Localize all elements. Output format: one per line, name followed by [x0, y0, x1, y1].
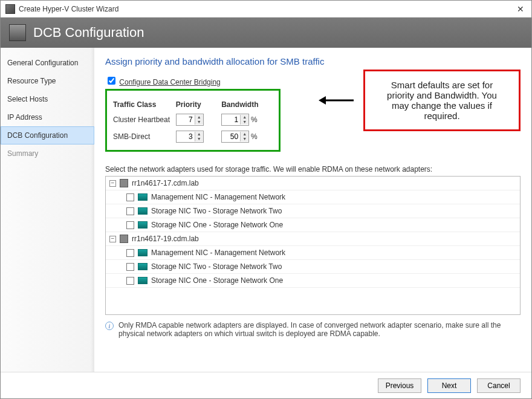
nic-label: Storage NIC One - Storage Network One [151, 221, 283, 229]
tree-nic-row[interactable]: Management NIC - Management Network [106, 246, 520, 260]
nic-icon [138, 221, 148, 229]
sidebar-item-dcb-configuration[interactable]: DCB Configuration [1, 126, 94, 144]
nic-checkbox[interactable] [126, 277, 134, 285]
configure-dcb-checkbox[interactable] [108, 77, 115, 85]
tree-nic-row[interactable]: Storage NIC Two - Storage Network Two [106, 260, 520, 274]
host-name: rr1n4617-17.cdm.lab [132, 179, 199, 187]
callout-annotation: Smart defaults are set for priority and … [319, 70, 521, 131]
nic-icon [138, 207, 148, 215]
app-icon [5, 4, 15, 14]
nic-icon [138, 249, 148, 256]
bandwidth-input[interactable] [222, 131, 240, 142]
sidebar-item-resource-type[interactable]: Resource Type [1, 72, 94, 90]
priority-input[interactable] [177, 131, 195, 142]
nic-label: Storage NIC Two - Storage Network Two [151, 207, 282, 215]
nic-checkbox[interactable] [126, 207, 134, 215]
next-button[interactable]: Next [427, 378, 471, 393]
wizard-banner: DCB Configuration [1, 18, 531, 48]
chevron-up-icon[interactable]: ▲ [195, 132, 203, 137]
main-panel: Assign priority and bandwidth allocation… [94, 48, 531, 372]
tree-host-row[interactable]: − rr1n4617-19.cdm.lab [106, 232, 520, 246]
bandwidth-input[interactable] [222, 114, 240, 125]
info-text: Only RMDA capable network adapters are d… [118, 321, 521, 338]
traffic-class-row-smb-direct: SMB-Direct ▲▼ ▲▼ % [113, 131, 273, 143]
adapter-tree[interactable]: − rr1n4617-17.cdm.lab Management NIC - M… [105, 176, 521, 315]
bandwidth-stepper[interactable]: ▲▼ [221, 131, 249, 143]
sidebar-item-summary[interactable]: Summary [1, 144, 94, 163]
tree-nic-row[interactable]: Storage NIC Two - Storage Network Two [106, 204, 520, 218]
page-title: Assign priority and bandwidth allocation… [105, 56, 521, 66]
host-name: rr1n4617-19.cdm.lab [132, 235, 199, 243]
wizard-footer: Previous Next Cancel [1, 372, 531, 398]
adapter-instruction: Select the network adapters used for sto… [105, 165, 521, 174]
priority-input[interactable] [177, 114, 195, 125]
nic-label: Management NIC - Management Network [151, 248, 285, 257]
traffic-class-header-row: Traffic Class Priority Bandwidth [113, 100, 273, 109]
nic-icon [138, 263, 148, 270]
priority-stepper[interactable]: ▲▼ [176, 131, 204, 143]
svg-marker-1 [319, 96, 326, 105]
info-icon: i [105, 322, 114, 330]
sidebar-item-general-configuration[interactable]: General Configuration [1, 54, 94, 72]
traffic-class-row-cluster-heartbeat: Cluster Heartbeat ▲▼ ▲▼ % [113, 114, 273, 126]
configure-dcb-label[interactable]: Configure Data Center Bridging [119, 78, 220, 86]
nic-label: Storage NIC One - Storage Network One [151, 276, 283, 285]
collapse-icon[interactable]: − [109, 236, 116, 242]
chevron-down-icon[interactable]: ▼ [241, 137, 248, 141]
tree-nic-row[interactable]: Management NIC - Management Network [106, 190, 520, 204]
nic-label: Storage NIC Two - Storage Network Two [151, 262, 282, 271]
traffic-class-highlight-box: Traffic Class Priority Bandwidth Cluster… [105, 89, 281, 152]
sidebar-item-select-hosts[interactable]: Select Hosts [1, 90, 94, 108]
cancel-button[interactable]: Cancel [477, 378, 521, 393]
window-title: Create Hyper-V Cluster Wizard [19, 5, 514, 13]
chevron-down-icon[interactable]: ▼ [241, 120, 248, 125]
nic-icon [138, 277, 148, 284]
chevron-down-icon[interactable]: ▼ [195, 120, 203, 125]
nic-checkbox[interactable] [126, 193, 134, 201]
collapse-icon[interactable]: − [109, 180, 116, 187]
nic-icon [138, 193, 148, 201]
percent-label: % [251, 115, 258, 124]
wizard-steps-sidebar: General Configuration Resource Type Sele… [1, 48, 94, 372]
nic-label: Management NIC - Management Network [151, 193, 285, 201]
priority-stepper[interactable]: ▲▼ [176, 114, 204, 126]
sidebar-item-ip-address[interactable]: IP Address [1, 108, 94, 126]
chevron-up-icon[interactable]: ▲ [241, 132, 248, 137]
col-header-traffic-class: Traffic Class [113, 100, 176, 109]
banner-icon [9, 24, 26, 41]
bandwidth-stepper[interactable]: ▲▼ [221, 114, 249, 126]
chevron-up-icon[interactable]: ▲ [241, 115, 248, 120]
server-icon [120, 235, 128, 243]
col-header-bandwidth: Bandwidth [221, 100, 273, 109]
tree-nic-row[interactable]: Storage NIC One - Storage Network One [106, 218, 520, 232]
tree-nic-row[interactable]: Storage NIC One - Storage Network One [106, 274, 520, 288]
tree-host-row[interactable]: − rr1n4617-17.cdm.lab [106, 177, 520, 190]
previous-button[interactable]: Previous [378, 378, 421, 393]
percent-label: % [251, 132, 258, 141]
server-icon [120, 179, 128, 187]
callout-box: Smart defaults are set for priority and … [363, 70, 521, 131]
traffic-class-label: Cluster Heartbeat [113, 115, 176, 124]
nic-checkbox[interactable] [126, 221, 134, 229]
nic-checkbox[interactable] [126, 263, 134, 271]
nic-checkbox[interactable] [126, 249, 134, 257]
close-icon[interactable]: ✕ [514, 4, 527, 14]
chevron-up-icon[interactable]: ▲ [195, 115, 203, 120]
info-note: i Only RMDA capable network adapters are… [105, 321, 521, 338]
title-bar: Create Hyper-V Cluster Wizard ✕ [1, 1, 531, 18]
chevron-down-icon[interactable]: ▼ [195, 137, 203, 141]
arrow-left-icon [319, 93, 355, 108]
col-header-priority: Priority [176, 100, 221, 109]
banner-heading: DCB Configuration [33, 25, 144, 41]
traffic-class-label: SMB-Direct [113, 132, 176, 141]
